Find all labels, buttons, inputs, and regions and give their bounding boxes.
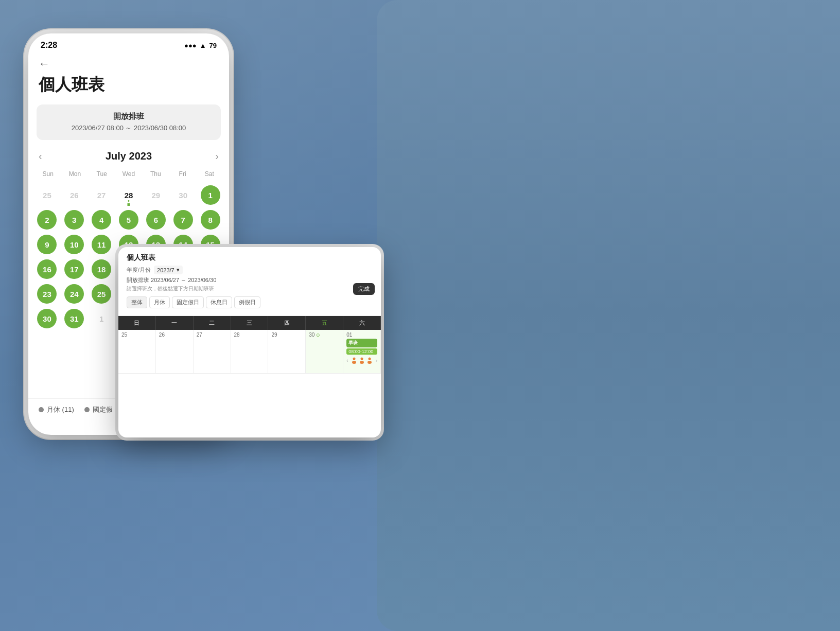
status-icons: ●●● ▲ 79 [184, 42, 217, 49]
cal-cell-27[interactable]: 27 [194, 330, 231, 373]
done-button[interactable]: 完成 [353, 283, 375, 295]
signal-icon: ●●● [184, 42, 197, 49]
day-29-prev[interactable]: 29 [143, 184, 168, 206]
weekday-sat: Sat [196, 168, 223, 180]
day-24[interactable]: 24 [64, 284, 84, 304]
tab-public-holiday[interactable]: 例假日 [234, 296, 260, 308]
day-5[interactable]: 5 [119, 210, 138, 230]
cell-28-num: 28 [234, 332, 265, 338]
svg-point-1 [352, 361, 356, 364]
tab-monthly-rest[interactable]: 月休 [149, 296, 170, 308]
cal-header-tue: 二 [194, 316, 231, 330]
legend-holiday-label: 國定假 [93, 405, 113, 414]
cal-cell-28[interactable]: 28 [231, 330, 269, 373]
prev-arrow[interactable]: ‹ [346, 358, 348, 363]
tablet-calendar: 日 一 二 三 四 五 六 25 26 27 28 [118, 316, 381, 374]
cell-27-num: 27 [197, 332, 227, 338]
year-value[interactable]: 2023/7 ▾ [154, 266, 183, 274]
next-month-button[interactable]: › [215, 150, 219, 162]
status-time: 2:28 [41, 41, 57, 50]
legend-yuexiu-label: 月休 (11) [47, 405, 74, 414]
day-25-prev[interactable]: 25 [34, 184, 60, 206]
cal-header-sat: 六 [343, 316, 381, 330]
day-27-prev[interactable]: 27 [89, 184, 114, 206]
year-selector: 年度/月份 2023/7 ▾ [127, 266, 373, 274]
prev-month-button[interactable]: ‹ [39, 150, 42, 162]
day-1-next[interactable]: 1 [89, 307, 114, 330]
weekday-wed: Wed [115, 168, 142, 180]
svg-point-0 [353, 358, 356, 360]
tablet-title: 個人班表 [127, 253, 373, 262]
tab-fixed-holiday[interactable]: 固定假日 [172, 296, 204, 308]
battery-icon: 79 [209, 42, 217, 49]
day-8[interactable]: 8 [201, 210, 220, 230]
person-group [351, 357, 373, 364]
day-31[interactable]: 31 [64, 309, 84, 328]
cell-30-num: 30 [309, 332, 340, 338]
tablet-header: 個人班表 年度/月份 2023/7 ▾ 開放排班 2023/06/27 ～ 20… [118, 247, 381, 316]
cal-header-fri: 五 [306, 316, 343, 330]
day-6[interactable]: 6 [146, 210, 166, 230]
cell-26-num: 26 [159, 332, 190, 338]
tablet-mockup: 個人班表 年度/月份 2023/7 ▾ 開放排班 2023/06/27 ～ 20… [118, 247, 381, 437]
day-1[interactable]: 1 [201, 185, 220, 205]
shift-badge-morning[interactable]: 早班 [346, 339, 377, 347]
cal-header-thu: 四 [268, 316, 306, 330]
day-30[interactable]: 30 [37, 309, 57, 328]
tab-rest-day[interactable]: 休息日 [206, 296, 232, 308]
cal-header-sun: 日 [118, 316, 156, 330]
day-2[interactable]: 2 [37, 210, 57, 230]
instruction-text: 請選擇班次，然後點選下方日期期班班 [127, 285, 373, 292]
cal-cell-29[interactable]: 29 [268, 330, 306, 373]
day-23[interactable]: 23 [37, 284, 57, 304]
shift-tabs: 整体 月休 固定假日 休息日 例假日 [127, 296, 373, 308]
cell-25-num: 25 [121, 332, 152, 338]
person-icon-2 [358, 357, 365, 364]
day-18[interactable]: 18 [92, 259, 111, 279]
day-30-prev[interactable]: 30 [170, 184, 196, 206]
calendar-header-row: 日 一 二 三 四 五 六 [118, 316, 381, 330]
tab-all[interactable]: 整体 [127, 296, 147, 308]
people-icons: ‹ [346, 357, 377, 364]
cal-cell-01[interactable]: 01 早班 08:00-12:00 ‹ [343, 330, 381, 373]
cell-01-num: 01 [346, 332, 377, 338]
calendar-month-label: July 2023 [106, 150, 152, 162]
day-26-prev[interactable]: 26 [62, 184, 87, 206]
weekday-thu: Thu [142, 168, 169, 180]
next-arrow[interactable]: › [376, 358, 377, 363]
cal-cell-30[interactable]: 30 [306, 330, 343, 373]
svg-point-2 [361, 358, 363, 360]
svg-point-3 [360, 361, 364, 364]
calendar-header: ‹ July 2023 › [28, 148, 229, 168]
day-7[interactable]: 7 [173, 210, 193, 230]
weekday-headers: Sun Mon Tue Wed Thu Fri Sat [34, 168, 223, 180]
day-11[interactable]: 11 [92, 235, 111, 254]
status-bar: 2:28 ●●● ▲ 79 [28, 33, 229, 52]
day-28[interactable]: 28 [119, 185, 138, 205]
calendar-week-row: 25 26 27 28 29 30 01 [118, 330, 381, 374]
day-25[interactable]: 25 [92, 284, 111, 304]
day-9[interactable]: 9 [37, 235, 57, 254]
cal-cell-26[interactable]: 26 [156, 330, 194, 373]
back-button[interactable]: ← [28, 52, 229, 73]
day-4[interactable]: 4 [92, 210, 111, 230]
banner-date: 2023/06/27 08:00 ～ 2023/06/30 08:00 [45, 124, 213, 133]
cal-cell-25[interactable]: 25 [118, 330, 156, 373]
day-10[interactable]: 10 [64, 235, 84, 254]
range-info: 開放排班 2023/06/27 ～ 2023/06/30 [127, 276, 373, 284]
weekday-fri: Fri [169, 168, 196, 180]
legend-holiday: 國定假 [84, 405, 113, 414]
shift-time-morning: 08:00-12:00 [346, 348, 377, 355]
wifi-icon: ▲ [200, 42, 206, 49]
cal-header-mon: 一 [156, 316, 194, 330]
page-title: 個人班表 [28, 73, 229, 104]
svg-point-4 [369, 358, 371, 360]
banner-title: 開放排班 [45, 112, 213, 121]
year-label: 年度/月份 [127, 266, 151, 274]
day-17[interactable]: 17 [64, 259, 84, 279]
dropdown-icon: ▾ [177, 267, 180, 273]
legend-yuexiu: 月休 (11) [39, 405, 74, 414]
person-icon-1 [351, 357, 358, 364]
day-16[interactable]: 16 [37, 259, 57, 279]
day-3[interactable]: 3 [64, 210, 84, 230]
